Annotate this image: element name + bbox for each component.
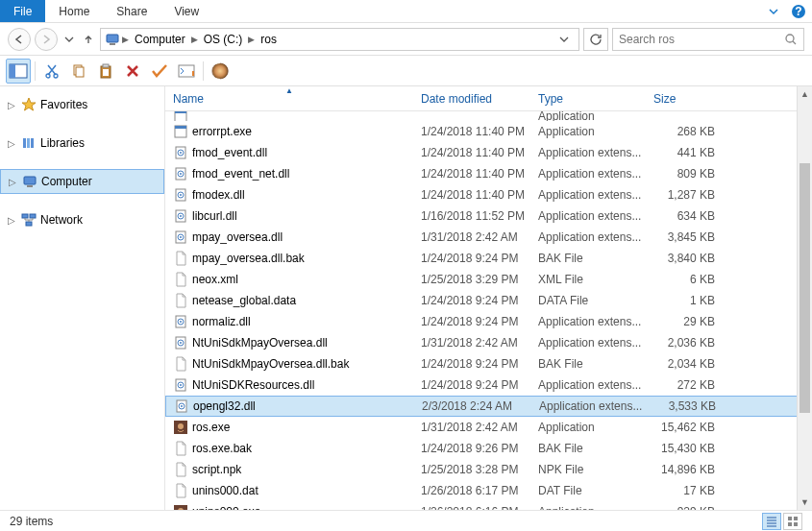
- file-type: Application extens...: [530, 378, 646, 392]
- ribbon-tab-share[interactable]: Share: [103, 0, 160, 22]
- help-icon[interactable]: ?: [785, 4, 812, 19]
- ribbon-tab-home[interactable]: Home: [45, 0, 103, 22]
- copy-button[interactable]: [66, 59, 91, 84]
- file-type: Application: [530, 421, 646, 434]
- file-date: 1/24/2018 11:40 PM: [413, 125, 530, 138]
- breadcrumb-drive[interactable]: OS (C:): [200, 33, 247, 46]
- table-row[interactable]: NtUniSdkMpayOversea.dll.bak1/24/2018 9:2…: [165, 353, 812, 374]
- file-size: 3,845 KB: [646, 230, 723, 244]
- table-row[interactable]: NtUniSdkMpayOversea.dll1/31/2018 2:42 AM…: [165, 332, 812, 353]
- check-button[interactable]: [147, 59, 172, 84]
- scroll-down-button[interactable]: ▼: [798, 495, 812, 510]
- sidebar: ▷Favorites▷Libraries▷Computer▷Network: [0, 86, 165, 510]
- delete-button[interactable]: [120, 59, 145, 84]
- table-row[interactable]: Application: [165, 111, 812, 121]
- table-row[interactable]: opengl32.dll2/3/2018 2:24 AMApplication …: [165, 396, 812, 417]
- file-icon: [173, 483, 188, 498]
- table-row[interactable]: ros.exe.bak1/24/2018 9:26 PMBAK File15,4…: [165, 438, 812, 459]
- table-row[interactable]: unins000.exe1/26/2018 6:16 PMApplication…: [165, 501, 812, 510]
- net-icon: [21, 212, 37, 228]
- chevron-right-icon[interactable]: ▶: [189, 35, 200, 44]
- ribbon-tab-file[interactable]: File: [0, 0, 45, 22]
- file-type: DAT File: [530, 484, 646, 497]
- file-name: neox.xml: [192, 273, 238, 286]
- file-size: 6 KB: [646, 273, 723, 286]
- chevron-down-icon[interactable]: [762, 6, 785, 17]
- file-type: Application extens...: [530, 146, 646, 159]
- sidebar-item-libraries[interactable]: ▷Libraries: [0, 131, 164, 156]
- file-type: BAK File: [530, 442, 646, 455]
- chevron-right-icon[interactable]: ▶: [246, 35, 257, 44]
- svg-point-52: [180, 384, 182, 386]
- table-row[interactable]: normaliz.dll1/24/2018 9:24 PMApplication…: [165, 311, 812, 332]
- col-name[interactable]: Name▲: [165, 86, 413, 110]
- svg-rect-2: [107, 35, 118, 42]
- search-box[interactable]: [612, 28, 804, 51]
- refresh-button[interactable]: [583, 28, 608, 51]
- table-row[interactable]: mpay_oversea.dll1/31/2018 2:42 AMApplica…: [165, 227, 812, 248]
- table-row[interactable]: unins000.dat1/26/2018 6:17 PMDAT File17 …: [165, 480, 812, 501]
- svg-rect-17: [23, 138, 26, 148]
- search-input[interactable]: [619, 33, 784, 46]
- nav-history-dropdown[interactable]: [62, 29, 77, 50]
- file-date: 1/31/2018 2:42 AM: [413, 336, 530, 350]
- table-row[interactable]: NtUniSDKResources.dll1/24/2018 9:24 PMAp…: [165, 374, 812, 396]
- table-row[interactable]: ros.exe1/31/2018 2:42 AMApplication15,46…: [165, 417, 812, 438]
- table-row[interactable]: fmodex.dll1/24/2018 11:40 PMApplication …: [165, 184, 812, 205]
- breadcrumb[interactable]: ▶ Computer ▶ OS (C:) ▶ ros: [100, 28, 579, 51]
- file-size: 1,287 KB: [646, 188, 723, 202]
- table-row[interactable]: libcurl.dll1/16/2018 11:52 PMApplication…: [165, 205, 812, 227]
- col-date[interactable]: Date modified: [413, 86, 530, 110]
- chevron-right-icon[interactable]: ▶: [120, 35, 131, 44]
- file-date: 1/24/2018 9:24 PM: [413, 357, 530, 371]
- main-area: ▷Favorites▷Libraries▷Computer▷Network Na…: [0, 86, 812, 510]
- table-row[interactable]: mpay_oversea.dll.bak1/24/2018 9:24 PMBAK…: [165, 248, 812, 269]
- sidebar-item-network[interactable]: ▷Network: [0, 207, 164, 232]
- expand-arrow-icon[interactable]: ▷: [6, 215, 17, 226]
- scroll-thumb[interactable]: [800, 163, 810, 413]
- scrollbar-vertical[interactable]: ▲ ▼: [797, 86, 812, 510]
- file-type: Application extens...: [530, 315, 646, 328]
- ribbon-tab-view[interactable]: View: [160, 0, 212, 22]
- view-icons-button[interactable]: [783, 513, 802, 530]
- col-size[interactable]: Size: [646, 86, 730, 110]
- sidebar-item-favorites[interactable]: ▷Favorites: [0, 92, 164, 117]
- table-row[interactable]: errorrpt.exe1/24/2018 11:40 PMApplicatio…: [165, 121, 812, 142]
- file-name: fmod_event_net.dll: [192, 167, 289, 181]
- table-row[interactable]: netease_global.data1/24/2018 9:24 PMDATA…: [165, 290, 812, 311]
- svg-rect-3: [110, 43, 115, 45]
- file-size: 929 KB: [646, 505, 723, 510]
- scroll-up-button[interactable]: ▲: [798, 86, 812, 102]
- file-name: libcurl.dll: [192, 209, 237, 223]
- table-row[interactable]: script.npk1/25/2018 3:28 PMNPK File14,89…: [165, 459, 812, 480]
- table-row[interactable]: neox.xml1/25/2018 3:29 PMXML File6 KB: [165, 269, 812, 290]
- file-icon: [173, 314, 188, 329]
- svg-rect-61: [794, 517, 798, 520]
- table-row[interactable]: fmod_event_net.dll1/24/2018 11:40 PMAppl…: [165, 163, 812, 184]
- file-type: Application extens...: [531, 399, 647, 413]
- cut-button[interactable]: [39, 59, 64, 84]
- col-type[interactable]: Type: [530, 86, 646, 110]
- column-headers: Name▲ Date modified Type Size: [165, 86, 812, 111]
- file-size: 1 KB: [646, 294, 723, 307]
- preview-pane-button[interactable]: [6, 59, 31, 84]
- nav-back-button[interactable]: [8, 28, 31, 51]
- expand-arrow-icon[interactable]: ▷: [7, 177, 18, 187]
- table-row[interactable]: fmod_event.dll1/24/2018 11:40 PMApplicat…: [165, 142, 812, 163]
- nav-forward-button[interactable]: [35, 28, 58, 51]
- sidebar-item-computer[interactable]: ▷Computer: [0, 169, 164, 194]
- breadcrumb-folder[interactable]: ros: [257, 33, 281, 46]
- expand-arrow-icon[interactable]: ▷: [6, 138, 17, 149]
- shell-button[interactable]: [208, 59, 233, 84]
- file-name: errorrpt.exe: [192, 125, 252, 138]
- sidebar-item-label: Favorites: [40, 98, 87, 111]
- breadcrumb-computer[interactable]: Computer: [131, 33, 189, 46]
- expand-arrow-icon[interactable]: ▷: [6, 100, 17, 110]
- search-icon[interactable]: [784, 33, 798, 46]
- view-details-button[interactable]: [762, 513, 781, 530]
- file-list[interactable]: Applicationerrorrpt.exe1/24/2018 11:40 P…: [165, 111, 812, 510]
- paste-button[interactable]: [93, 59, 118, 84]
- properties-button[interactable]: [174, 59, 199, 84]
- breadcrumb-dropdown[interactable]: [554, 35, 575, 44]
- nav-up-button[interactable]: [81, 29, 96, 50]
